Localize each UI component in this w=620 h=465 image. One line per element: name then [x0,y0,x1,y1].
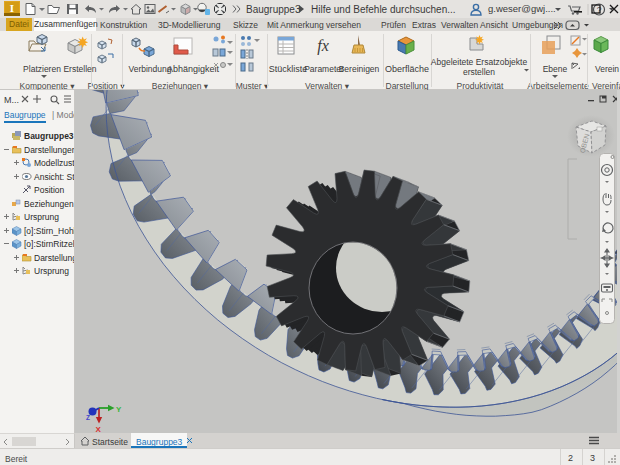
svg-text:g.weser@gwj....: g.weser@gwj.... [488,3,556,14]
svg-text:Stückliste: Stückliste [269,64,308,74]
svg-text:Platzieren: Platzieren [23,64,61,74]
svg-text:Erstellen: Erstellen [63,64,96,74]
svg-text:Verbindung: Verbindung [128,64,171,74]
svg-text:X: X [96,425,102,433]
svg-text:Abhängigkeit: Abhängigkeit [167,64,220,74]
svg-text:Abgeleitete Ersatzobjekte: Abgeleitete Ersatzobjekte [431,57,528,67]
svg-text:Oberfläche: Oberfläche [385,64,429,74]
svg-text:fx: fx [317,37,329,55]
svg-text:Bereinigen: Bereinigen [339,64,380,74]
svg-text:Y: Y [116,405,122,414]
svg-text:Z: Z [86,414,90,421]
svg-text:Ebene: Ebene [543,64,568,74]
svg-text:erstellen: erstellen [463,67,495,77]
svg-text:Verein: Verein [595,64,619,74]
svg-text:I: I [10,2,14,14]
